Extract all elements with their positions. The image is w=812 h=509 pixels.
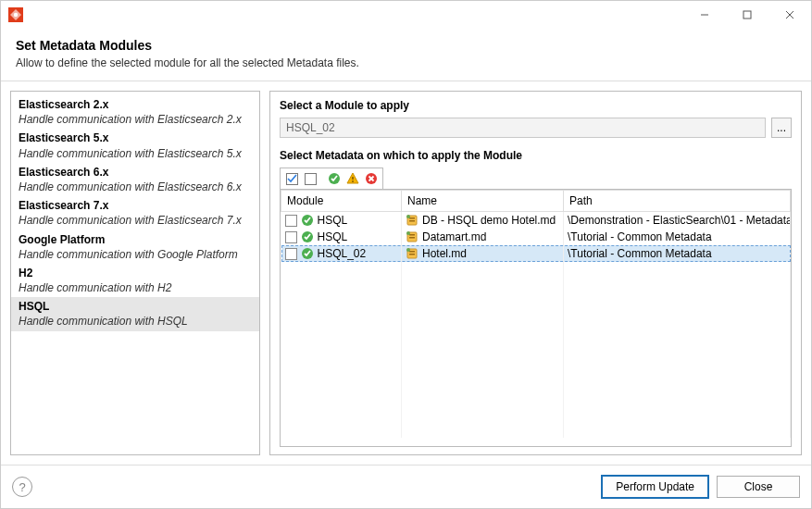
module-list-item[interactable]: Elasticsearch 2.xHandle communication wi… bbox=[11, 95, 259, 129]
filter-ok-button[interactable] bbox=[325, 170, 344, 187]
svg-point-10 bbox=[352, 180, 354, 182]
metadata-file-icon bbox=[406, 247, 418, 260]
column-header-path[interactable]: Path bbox=[564, 191, 791, 212]
metadata-label: Select Metadata on which to apply the Mo… bbox=[280, 149, 792, 162]
column-header-name[interactable]: Name bbox=[402, 191, 564, 212]
svg-rect-3 bbox=[743, 11, 751, 19]
row-name-text: Datamart.md bbox=[422, 230, 486, 243]
module-item-description: Handle communication with H2 bbox=[19, 280, 252, 295]
check-all-button[interactable] bbox=[282, 170, 301, 187]
metadata-table[interactable]: Module Name Path HSQLDB - HSQL demo Hote… bbox=[280, 189, 792, 447]
module-item-title: Google Platform bbox=[19, 232, 252, 247]
filter-error-button[interactable] bbox=[362, 170, 381, 187]
maximize-button[interactable] bbox=[726, 1, 768, 29]
svg-point-28 bbox=[406, 248, 410, 252]
titlebar bbox=[1, 1, 811, 29]
svg-rect-21 bbox=[409, 234, 415, 236]
module-list-item[interactable]: H2Handle communication with H2 bbox=[11, 264, 259, 297]
filter-warning-button[interactable] bbox=[344, 170, 362, 187]
metadata-file-icon bbox=[406, 230, 418, 243]
apply-label: Select a Module to apply bbox=[280, 99, 792, 112]
metadata-file-icon bbox=[406, 214, 418, 227]
module-item-title: HSQL bbox=[19, 299, 252, 314]
row-path-text: \Tutorial - Common Metadata bbox=[564, 229, 791, 245]
module-item-description: Handle communication with Google Platfor… bbox=[19, 247, 252, 262]
module-item-description: Handle communication with Elasticsearch … bbox=[19, 146, 252, 161]
row-name-text: DB - HSQL demo Hotel.md bbox=[422, 214, 556, 227]
module-item-title: Elasticsearch 5.x bbox=[19, 130, 252, 145]
table-row[interactable]: HSQLDB - HSQL demo Hotel.md\Demonstratio… bbox=[281, 212, 791, 230]
module-item-description: Handle communication with Elasticsearch … bbox=[19, 180, 252, 194]
row-module-text: HSQL_02 bbox=[318, 247, 367, 260]
module-item-title: Elasticsearch 6.x bbox=[19, 165, 252, 180]
close-window-button[interactable] bbox=[768, 1, 811, 29]
table-row[interactable]: HSQLDatamart.md\Tutorial - Common Metada… bbox=[281, 229, 791, 245]
perform-update-button[interactable]: Perform Update bbox=[601, 475, 709, 499]
module-item-description: Handle communication with HSQL bbox=[19, 314, 252, 329]
svg-rect-7 bbox=[305, 173, 316, 184]
svg-rect-27 bbox=[409, 254, 415, 255]
row-checkbox[interactable] bbox=[285, 248, 297, 260]
module-list-item[interactable]: Elasticsearch 6.xHandle communication wi… bbox=[11, 163, 259, 196]
svg-rect-26 bbox=[409, 251, 415, 253]
svg-point-23 bbox=[406, 231, 410, 235]
module-list[interactable]: Elasticsearch 2.xHandle communication wi… bbox=[10, 91, 260, 455]
module-list-item[interactable]: Google PlatformHandle communication with… bbox=[11, 230, 259, 264]
module-list-item[interactable]: Elasticsearch 5.xHandle communication wi… bbox=[11, 129, 259, 162]
module-item-title: Elasticsearch 7.x bbox=[19, 198, 252, 213]
module-item-title: Elasticsearch 2.x bbox=[19, 97, 252, 112]
row-path-text: \Demonstration - ElasticSearch\01 - Meta… bbox=[564, 212, 791, 230]
close-button[interactable]: Close bbox=[717, 476, 800, 498]
row-path-text: \Tutorial - Common Metadata bbox=[564, 245, 791, 262]
svg-rect-16 bbox=[409, 217, 415, 219]
module-item-description: Handle communication with Elasticsearch … bbox=[19, 112, 252, 127]
uncheck-all-button[interactable] bbox=[301, 170, 319, 187]
minimize-button[interactable] bbox=[683, 1, 726, 29]
module-list-item[interactable]: Elasticsearch 7.xHandle communication wi… bbox=[11, 196, 259, 230]
row-module-text: HSQL bbox=[318, 230, 348, 243]
status-ok-icon bbox=[301, 230, 314, 243]
metadata-toolbar bbox=[280, 168, 383, 189]
module-item-description: Handle communication with Elasticsearch … bbox=[19, 213, 252, 228]
row-checkbox[interactable] bbox=[285, 215, 297, 227]
dialog-footer: ? Perform Update Close bbox=[1, 465, 811, 508]
module-to-apply-input[interactable] bbox=[280, 118, 766, 138]
status-ok-icon bbox=[301, 214, 314, 227]
row-name-text: Hotel.md bbox=[422, 247, 467, 260]
svg-rect-22 bbox=[409, 237, 415, 239]
dialog-header: Set Metadata Modules Allow to define the… bbox=[1, 29, 811, 81]
status-ok-icon bbox=[301, 247, 314, 260]
browse-module-button[interactable]: ... bbox=[771, 118, 792, 138]
app-icon bbox=[8, 7, 23, 22]
dialog-title: Set Metadata Modules bbox=[16, 38, 796, 53]
help-button[interactable]: ? bbox=[12, 477, 32, 497]
dialog-subtitle: Allow to define the selected module for … bbox=[16, 56, 796, 69]
apply-panel: Select a Module to apply ... Select Meta… bbox=[269, 91, 802, 455]
module-list-item[interactable]: HSQLHandle communication with HSQL bbox=[11, 297, 259, 330]
svg-point-1 bbox=[14, 13, 18, 17]
module-item-title: H2 bbox=[19, 266, 252, 280]
table-row[interactable]: HSQL_02Hotel.md\Tutorial - Common Metada… bbox=[281, 245, 791, 262]
row-module-text: HSQL bbox=[318, 214, 348, 227]
column-header-module[interactable]: Module bbox=[281, 191, 402, 212]
row-checkbox[interactable] bbox=[285, 231, 297, 243]
svg-point-18 bbox=[406, 215, 410, 218]
svg-rect-17 bbox=[409, 220, 415, 222]
